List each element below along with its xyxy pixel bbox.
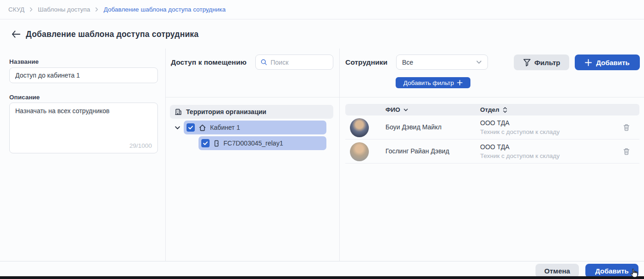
tree-node-room[interactable]: Кабинет 1 — [184, 121, 326, 134]
column-header-fio[interactable]: ФИО — [385, 106, 409, 113]
employees-filter-select[interactable]: Все — [396, 55, 488, 70]
door-icon — [213, 140, 220, 147]
plus-icon — [585, 59, 592, 66]
employee-position: Техник с доступом к складу — [480, 152, 560, 159]
description-value: Назначать на всех сотрудников — [15, 107, 152, 115]
tree-node-relay[interactable]: FC7D003045_relay1 — [199, 136, 326, 150]
funnel-icon — [523, 59, 531, 67]
add-filter-button[interactable]: Добавить фильтр — [396, 77, 470, 88]
row-divider — [345, 139, 639, 140]
employee-row[interactable]: Боуи Дэвид Майкл ООО ТДА Техник с доступ… — [345, 116, 639, 140]
add-employee-button[interactable]: Добавить — [575, 55, 640, 70]
window-bottom-edge — [0, 276, 644, 279]
row-divider — [345, 163, 639, 164]
description-textarea[interactable]: Назначать на всех сотрудников 29/1000 — [9, 103, 158, 153]
char-counter: 29/1000 — [129, 142, 152, 149]
add-filter-button-label: Добавить фильтр — [403, 79, 454, 86]
tree-root-territory[interactable]: Территория организации — [170, 105, 333, 119]
page-title: Добавление шаблона доступа сотрудника — [26, 30, 199, 39]
back-arrow-icon[interactable] — [9, 28, 22, 41]
footer-divider — [0, 261, 644, 261]
tree-root-label: Территория организации — [186, 108, 266, 115]
access-template-page: СКУД Шаблоны доступа Добавление шаблона … — [0, 0, 644, 279]
room-checkbox[interactable] — [187, 123, 195, 132]
panel-divider — [165, 49, 166, 261]
search-icon — [260, 59, 267, 66]
description-label: Описание — [9, 94, 40, 101]
name-input[interactable] — [9, 67, 158, 83]
add-employee-button-label: Добавить — [596, 59, 630, 67]
chevron-down-icon — [476, 59, 482, 65]
breadcrumb-templates[interactable]: Шаблоны доступа — [38, 6, 90, 13]
department-header-label: Отдел — [480, 106, 500, 113]
tree-node-label: Кабинет 1 — [210, 124, 240, 131]
employee-avatar — [350, 118, 369, 137]
delete-employee-trash-icon[interactable] — [622, 147, 631, 156]
plus-icon — [457, 80, 463, 85]
relay-checkbox[interactable] — [201, 139, 210, 147]
employee-position: Техник с доступом к складу — [480, 128, 560, 135]
employee-company: ООО ТДА — [480, 119, 509, 127]
chevron-right-icon — [95, 7, 99, 12]
selected-option: Все — [402, 59, 413, 66]
panel-divider — [339, 49, 340, 261]
mouse-cursor-hand-icon — [629, 268, 639, 279]
fio-header-label: ФИО — [385, 106, 400, 113]
breadcrumb-current[interactable]: Добавление шаблона доступа сотрудника — [103, 6, 225, 13]
breadcrumb: СКУД Шаблоны доступа Добавление шаблона … — [0, 0, 644, 19]
room-search-input[interactable] — [271, 59, 326, 66]
section-divider — [165, 97, 644, 97]
breadcrumb-skud[interactable]: СКУД — [8, 6, 24, 13]
filter-button[interactable]: Фильтр — [514, 55, 569, 70]
home-icon — [199, 124, 206, 132]
sort-up-down-icon — [502, 107, 508, 113]
employee-company: ООО ТДА — [480, 143, 509, 151]
tree-node-label: FC7D003045_relay1 — [223, 140, 283, 147]
chevron-right-icon — [29, 7, 33, 12]
employees-panel-title: Сотрудники — [345, 58, 387, 67]
filter-button-label: Фильтр — [535, 59, 560, 67]
sort-chevron-down-icon — [403, 107, 409, 113]
employee-name: Боуи Дэвид Майкл — [385, 123, 441, 131]
page-header: Добавление шаблона доступа сотрудника — [0, 20, 644, 49]
delete-employee-trash-icon[interactable] — [622, 123, 631, 132]
employees-table-header: ФИО Отдел — [345, 104, 639, 115]
name-label: Название — [9, 58, 39, 65]
room-search[interactable] — [255, 55, 333, 70]
employee-name: Гослинг Райан Дэвид — [385, 147, 449, 155]
cancel-button[interactable]: Отмена — [536, 264, 579, 278]
building-icon — [175, 108, 182, 115]
employee-avatar — [350, 142, 369, 161]
employee-row[interactable]: Гослинг Райан Дэвид ООО ТДА Техник с дос… — [345, 140, 639, 164]
rooms-panel-title: Доступ к помещению — [171, 58, 247, 67]
tree-expander-chevron-down-icon[interactable] — [175, 124, 181, 131]
column-header-department[interactable]: Отдел — [480, 106, 508, 113]
